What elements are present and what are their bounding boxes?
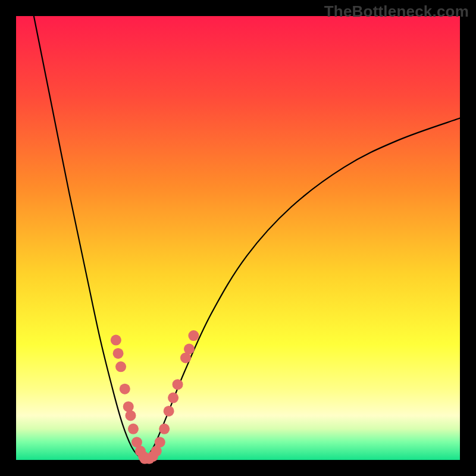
sample-point bbox=[128, 424, 139, 434]
watermark-text: TheBottleneck.com bbox=[324, 2, 469, 21]
sample-point bbox=[113, 348, 124, 359]
curve-left-branch bbox=[34, 16, 145, 460]
curve-layer bbox=[16, 16, 460, 460]
outer-frame: TheBottleneck.com bbox=[0, 0, 476, 476]
curve-right-branch bbox=[145, 118, 460, 460]
sample-point bbox=[159, 424, 170, 434]
sample-point bbox=[168, 393, 178, 403]
sample-point bbox=[115, 361, 126, 372]
sample-point bbox=[173, 379, 183, 390]
sample-point bbox=[164, 406, 174, 416]
sample-point bbox=[184, 344, 195, 355]
sample-point bbox=[111, 335, 121, 346]
sample-point bbox=[120, 384, 130, 394]
sample-point bbox=[125, 410, 136, 421]
sample-point bbox=[188, 330, 199, 341]
sample-point bbox=[155, 437, 165, 447]
